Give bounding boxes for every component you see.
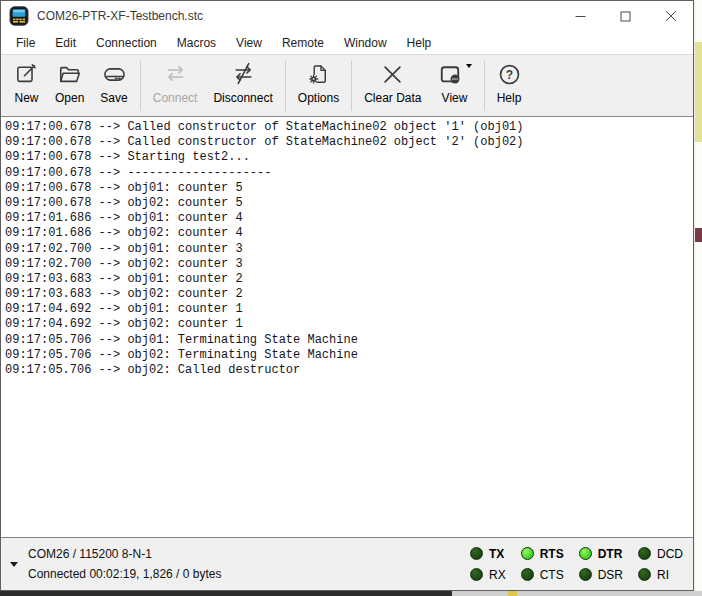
toolbar-separator <box>351 61 352 111</box>
toolbar: NewOpenSaveConnectDisconnectOptionsClear… <box>1 54 693 116</box>
log-line: 09:17:04.692 --> obj02: counter 1 <box>5 317 689 332</box>
led-label: RTS <box>540 547 564 561</box>
open-button[interactable]: Open <box>47 58 92 114</box>
maximize-button[interactable] <box>603 1 648 31</box>
tool-icon-row <box>14 62 39 89</box>
terminal-app-window: COM26-PTR-XF-Testbench.stc FileEditConne… <box>0 0 694 591</box>
tool-icon-row: ? <box>497 62 522 89</box>
dropdown-arrow-icon[interactable] <box>466 64 472 68</box>
connect-icon <box>163 62 188 87</box>
led-ri: RI <box>638 568 683 582</box>
menu-edit[interactable]: Edit <box>45 33 86 53</box>
minimize-button[interactable] <box>558 1 603 31</box>
dsr-led-icon <box>579 568 592 581</box>
help-icon: ? <box>497 62 522 87</box>
toolbar-separator <box>140 61 141 111</box>
led-dtr: DTR <box>579 547 623 561</box>
toolbar-separator <box>484 61 485 111</box>
clear-data-button[interactable]: Clear Data <box>356 58 429 114</box>
tool-icon-row <box>102 62 127 89</box>
ri-led-icon <box>638 568 651 581</box>
log-line: 09:17:05.706 --> obj02: Terminating Stat… <box>5 348 689 363</box>
rx-led-icon <box>470 568 483 581</box>
status-texts: COM26 / 115200 8-N-1 Connected 00:02:19,… <box>28 544 221 584</box>
help-button[interactable]: ?Help <box>489 58 530 114</box>
tool-icon-row <box>163 62 188 89</box>
close-icon <box>665 10 677 22</box>
tool-label: Options <box>298 91 339 105</box>
menu-view[interactable]: View <box>226 33 272 53</box>
statusbar: COM26 / 115200 8-N-1 Connected 00:02:19,… <box>1 538 693 590</box>
menu-connection[interactable]: Connection <box>86 33 167 53</box>
save-icon <box>102 62 127 87</box>
led-label: DTR <box>598 547 623 561</box>
tool-label: Connect <box>153 91 198 105</box>
led-tx: TX <box>470 547 506 561</box>
log-line: 09:17:00.678 --> -------------------- <box>5 166 689 181</box>
led-label: RI <box>657 568 669 582</box>
background-speck <box>695 228 702 242</box>
log-line: 09:17:03.683 --> obj01: counter 2 <box>5 272 689 287</box>
app-icon <box>9 6 29 26</box>
window-title: COM26-PTR-XF-Testbench.stc <box>37 9 203 23</box>
status-left: COM26 / 115200 8-N-1 Connected 00:02:19,… <box>10 544 221 584</box>
tool-icon-row <box>438 62 472 89</box>
clear-data-icon <box>380 62 405 87</box>
log-line: 09:17:02.700 --> obj02: counter 3 <box>5 257 689 272</box>
options-icon <box>306 62 331 87</box>
dcd-led-icon <box>638 547 651 560</box>
tool-label: Save <box>100 91 127 105</box>
tool-label: Disconnect <box>213 91 272 105</box>
dtr-led-icon <box>579 547 592 560</box>
view-button[interactable]: View <box>430 58 480 114</box>
log-line: 09:17:00.678 --> Called constructor of S… <box>5 135 689 150</box>
rts-led-icon <box>521 547 534 560</box>
led-dsr: DSR <box>579 568 623 582</box>
connect-button[interactable]: Connect <box>145 58 206 114</box>
disconnect-button[interactable]: Disconnect <box>205 58 280 114</box>
new-button[interactable]: New <box>6 58 47 114</box>
close-button[interactable] <box>648 1 693 31</box>
signal-led-grid: TXRXRTSCTSDTRDSRDCDRI <box>470 543 683 585</box>
save-button[interactable]: Save <box>92 58 135 114</box>
maximize-icon <box>620 11 631 22</box>
led-dcd: DCD <box>638 547 683 561</box>
tool-icon-row <box>306 62 331 89</box>
terminal-log-area[interactable]: 09:17:00.678 --> Called constructor of S… <box>1 116 693 538</box>
tool-label: Clear Data <box>364 91 421 105</box>
log-line: 09:17:01.686 --> obj01: counter 4 <box>5 211 689 226</box>
led-rts: RTS <box>521 547 564 561</box>
log-line: 09:17:05.706 --> obj02: Called destructo… <box>5 363 689 378</box>
tool-icon-row <box>57 62 82 89</box>
log-line: 09:17:04.692 --> obj01: counter 1 <box>5 302 689 317</box>
background-window-sliver <box>695 0 702 591</box>
options-button[interactable]: Options <box>290 58 347 114</box>
menu-window[interactable]: Window <box>334 33 397 53</box>
tx-led-icon <box>470 547 483 560</box>
background-bottom-strip <box>0 591 702 596</box>
disconnect-icon <box>231 62 256 87</box>
menu-remote[interactable]: Remote <box>272 33 334 53</box>
tool-label: New <box>14 91 38 105</box>
status-expander-icon[interactable] <box>10 562 18 567</box>
log-line: 09:17:00.678 --> Called constructor of S… <box>5 120 689 135</box>
titlebar[interactable]: COM26-PTR-XF-Testbench.stc <box>1 1 693 31</box>
led-label: RX <box>489 568 506 582</box>
log-line: 09:17:00.678 --> Starting test2... <box>5 150 689 165</box>
background-speck <box>695 42 702 142</box>
tool-label: Open <box>55 91 84 105</box>
tool-icon-row <box>231 62 256 89</box>
tool-label: Help <box>497 91 522 105</box>
titlebar-controls <box>558 1 693 31</box>
view-icon <box>438 62 463 87</box>
menubar: FileEditConnectionMacrosViewRemoteWindow… <box>1 31 693 54</box>
menu-macros[interactable]: Macros <box>167 33 226 53</box>
menu-help[interactable]: Help <box>397 33 442 53</box>
toolbar-separator <box>285 61 286 111</box>
led-label: TX <box>489 547 504 561</box>
menu-file[interactable]: File <box>6 33 45 53</box>
svg-text:?: ? <box>505 68 512 82</box>
led-label: DCD <box>657 547 683 561</box>
led-label: CTS <box>540 568 564 582</box>
status-port-info: COM26 / 115200 8-N-1 <box>28 544 221 564</box>
